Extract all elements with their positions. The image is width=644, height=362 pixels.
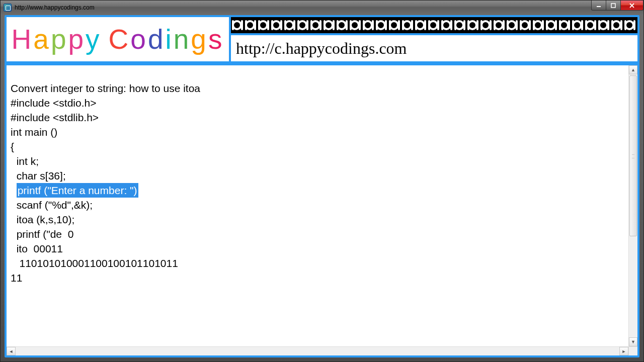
logo-letter: s (208, 24, 224, 55)
horizontal-scrollbar[interactable]: ◄ ► (7, 346, 628, 355)
scroll-thumb[interactable] (629, 75, 637, 236)
code-line: 11 (11, 270, 626, 285)
svg-rect-1 (611, 4, 615, 8)
binary-strip (231, 17, 637, 33)
code-line: itoa (k,s,10); (11, 212, 626, 227)
header-right: http://c.happycodings.com (231, 17, 637, 61)
code-area[interactable]: Convert integer to string: how to use it… (11, 66, 626, 346)
logo-letter: H (12, 24, 34, 55)
code-title: Convert integer to string: how to use it… (11, 81, 626, 96)
titlebar[interactable]: http://www.happycodings.com (1, 1, 643, 14)
scroll-down-button[interactable]: ▼ (629, 337, 637, 346)
window-title: http://www.happycodings.com (15, 4, 95, 11)
selected-text: printf ("Enter a number: ") (17, 183, 138, 198)
logo-panel: HappyCodings (7, 17, 229, 61)
code-line: 110101010001100100101101011 (11, 256, 626, 270)
code-line: #include <stdio.h> (11, 96, 626, 110)
logo-letter: n (174, 24, 191, 55)
app-window: http://www.happycodings.com HappyCodings (0, 0, 644, 362)
logo-letter: p (51, 24, 68, 55)
code-line-highlight: printf ("Enter a number: ") (11, 183, 626, 198)
binary-pattern-icon (231, 17, 637, 33)
svg-rect-0 (597, 6, 601, 7)
content-wrap: Convert integer to string: how to use it… (7, 63, 637, 355)
maximize-button[interactable] (606, 1, 621, 11)
code-line: printf ("de 0 (11, 227, 626, 241)
logo-letter: a (33, 24, 51, 55)
favicon-icon (4, 4, 12, 12)
minimize-icon (596, 3, 601, 8)
vertical-scrollbar[interactable]: ▲ ▼ (628, 65, 637, 346)
logo-letter: p (68, 24, 86, 55)
code-line: { (11, 139, 626, 154)
app-frame: HappyCodings (5, 15, 639, 357)
logo-letter: i (166, 24, 174, 55)
code-line: scanf ("%d",&k); (11, 198, 626, 212)
minimize-button[interactable] (591, 1, 606, 11)
scroll-up-button[interactable]: ▲ (629, 65, 637, 74)
logo-text: HappyCodings (12, 23, 224, 55)
logo-letter: g (191, 24, 208, 55)
window-controls (592, 1, 643, 11)
logo-letter: o (130, 24, 148, 55)
logo-letter: C (109, 24, 131, 55)
header-row: HappyCodings (7, 17, 637, 61)
url-text: http://c.happycodings.com (236, 39, 407, 58)
scroll-right-button[interactable]: ► (619, 347, 628, 355)
scroll-left-button[interactable]: ◄ (7, 347, 16, 355)
maximize-icon (611, 3, 616, 8)
code-line: ito 00011 (11, 241, 626, 256)
scroll-corner (628, 346, 637, 355)
code-line: int main () (11, 125, 626, 139)
svg-rect-6 (231, 17, 637, 33)
url-panel: http://c.happycodings.com (231, 35, 637, 61)
close-icon (629, 3, 635, 8)
code-line: char s[36]; (11, 168, 626, 183)
logo-letter: d (148, 24, 166, 55)
content-panel: Convert integer to string: how to use it… (7, 65, 637, 355)
close-button[interactable] (620, 1, 643, 11)
code-line: #include <stdlib.h> (11, 110, 626, 125)
logo-letter: y (86, 24, 102, 55)
code-line: int k; (11, 154, 626, 168)
